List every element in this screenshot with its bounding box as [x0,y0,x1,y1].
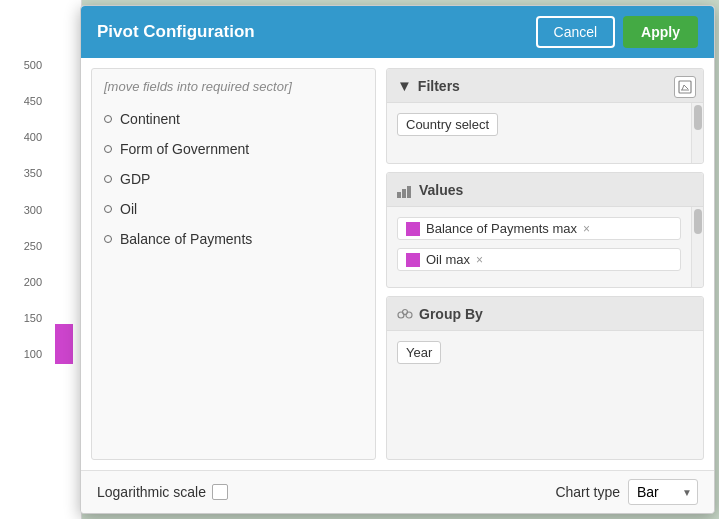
left-panel-hint: [move fields into required sector] [92,69,375,100]
chart-bar [55,324,73,364]
value-tag-bop-label: Balance of Payments max [426,221,577,236]
svg-point-6 [403,310,408,315]
field-label-gdp: GDP [120,171,150,187]
value-tag-oil-max[interactable]: Oil max × [397,248,681,271]
field-bullet [104,115,112,123]
values-header: Values [387,173,703,207]
modal-title: Pivot Configuration [97,22,255,42]
chart-label-400: 400 [24,132,46,143]
field-item-oil[interactable]: Oil [92,194,375,224]
chart-type-select-wrapper: Bar Line Pie [628,479,698,505]
value-tag-oil-label: Oil max [426,252,470,267]
header-buttons: Cancel Apply [536,16,698,48]
field-item-gdp[interactable]: GDP [92,164,375,194]
field-label-balance-of-payments: Balance of Payments [120,231,252,247]
values-icon [397,181,413,198]
field-bullet [104,145,112,153]
chart-type-label: Chart type [555,484,620,500]
field-list: Continent Form of Government GDP Oil Bal… [92,100,375,459]
right-panel-wrapper: ▼ Filters Country select [386,68,704,460]
modal-footer: Logarithmic scale Chart type Bar Line Pi… [81,470,714,513]
groupby-label: Group By [419,306,483,322]
chart-label-250: 250 [24,241,46,252]
field-bullet [104,205,112,213]
values-scrollbar [691,207,703,287]
edit-icon[interactable] [674,76,696,98]
value-tag-bop-max[interactable]: Balance of Payments max × [397,217,681,240]
left-panel: [move fields into required sector] Conti… [91,68,376,460]
values-label: Values [419,182,463,198]
filters-label: Filters [418,78,460,94]
field-item-form-of-government[interactable]: Form of Government [92,134,375,164]
chart-label-350: 350 [24,168,46,179]
values-section: Values Balance of Payments max × [386,172,704,288]
field-label-continent: Continent [120,111,180,127]
cancel-button[interactable]: Cancel [536,16,616,48]
chart-label-200: 200 [24,277,46,288]
bop-close-button[interactable]: × [583,222,590,236]
svg-rect-2 [402,189,406,198]
filter-tag-label: Country select [406,117,489,132]
groupby-section: Group By Year [386,296,704,460]
log-scale-group: Logarithmic scale [97,484,228,500]
oil-close-button[interactable]: × [476,253,483,267]
groupby-icon [397,305,413,322]
filters-content: Country select [387,103,691,163]
field-item-balance-of-payments[interactable]: Balance of Payments [92,224,375,254]
groupby-header: Group By [387,297,703,331]
svg-rect-0 [679,81,691,93]
filter-icon: ▼ [397,77,412,94]
chart-label-450: 450 [24,96,46,107]
filters-scrollbar [691,103,703,163]
chart-label-150: 150 [24,313,46,324]
pivot-config-modal: Pivot Configuration Cancel Apply [move f… [80,5,715,514]
groupby-tag-label: Year [406,345,432,360]
field-bullet [104,235,112,243]
field-label-oil: Oil [120,201,137,217]
filters-section: ▼ Filters Country select [386,68,704,164]
values-content: Balance of Payments max × Oil max × [387,207,691,287]
field-bullet [104,175,112,183]
modal-header: Pivot Configuration Cancel Apply [81,6,714,58]
oil-color-swatch [406,253,420,267]
filters-scrollbar-thumb [694,105,702,130]
values-scrollbar-thumb [694,209,702,234]
values-tags: Balance of Payments max × Oil max × [395,215,683,273]
field-item-continent[interactable]: Continent [92,104,375,134]
chart-label-100: 100 [24,349,46,360]
modal-body: [move fields into required sector] Conti… [81,58,714,470]
svg-rect-1 [397,192,401,198]
bop-color-swatch [406,222,420,236]
groupby-tag-year[interactable]: Year [397,341,441,364]
chart-label-500: 500 [24,60,46,71]
log-scale-label: Logarithmic scale [97,484,206,500]
chart-label-300: 300 [24,205,46,216]
chart-type-group: Chart type Bar Line Pie [555,479,698,505]
field-label-form-of-government: Form of Government [120,141,249,157]
apply-button[interactable]: Apply [623,16,698,48]
log-scale-checkbox[interactable] [212,484,228,500]
filters-header: ▼ Filters [387,69,703,103]
groupby-content: Year [387,331,703,459]
chart-type-select[interactable]: Bar Line Pie [628,479,698,505]
svg-rect-3 [407,186,411,198]
filter-tag-country-select[interactable]: Country select [397,113,498,136]
